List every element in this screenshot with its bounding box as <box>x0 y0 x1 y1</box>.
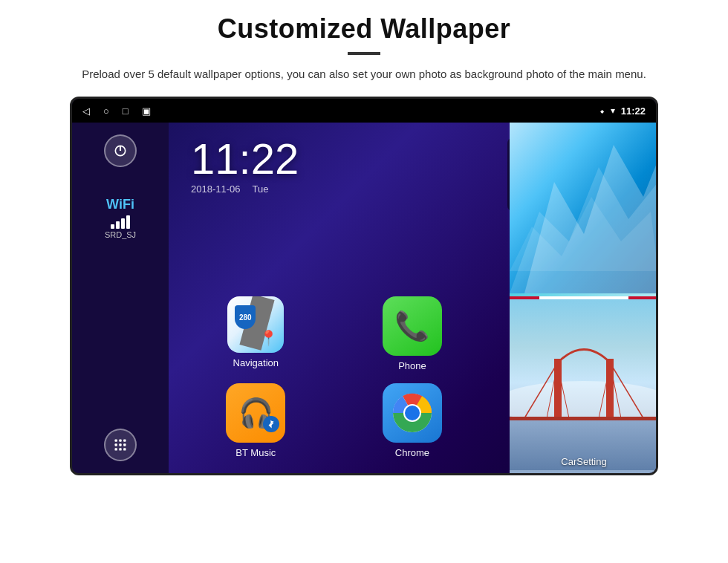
status-bar: ◁ ○ □ ▣ ⬥ ▾ 11:22 <box>72 99 656 123</box>
power-button[interactable] <box>104 134 137 167</box>
nav-icons: ◁ ○ □ ▣ <box>82 105 151 117</box>
wifi-widget: WiFi SRD_SJ <box>105 197 136 239</box>
wifi-bars <box>111 215 130 229</box>
wifi-bar-3 <box>121 218 125 229</box>
page-title: Customized Wallpaper <box>218 13 511 45</box>
clock-day: Tue <box>253 183 269 195</box>
device-frame: ◁ ○ □ ▣ ⬥ ▾ 11:22 <box>70 97 658 475</box>
svg-rect-5 <box>115 443 117 446</box>
btmusic-app-icon[interactable]: 🎧 <box>226 383 285 443</box>
map-pin-icon: 📍 <box>259 329 278 347</box>
svg-rect-6 <box>119 443 121 446</box>
page-subtitle: Preload over 5 default wallpaper options… <box>82 65 646 83</box>
left-sidebar: WiFi SRD_SJ <box>72 123 169 473</box>
apps-button[interactable] <box>104 429 137 461</box>
btmusic-label: BT Music <box>235 447 276 458</box>
time-widget: 11:22 2018-11-06 Tue <box>191 137 299 195</box>
svg-point-20 <box>405 406 420 420</box>
wifi-status-icon: ▾ <box>611 105 615 116</box>
status-time: 11:22 <box>621 105 646 117</box>
svg-rect-4 <box>123 440 126 442</box>
bluetooth-badge <box>263 416 279 432</box>
bridge-wallpaper-svg <box>510 299 656 470</box>
wifi-bar-1 <box>111 224 114 229</box>
wifi-ssid: SRD_SJ <box>105 230 136 239</box>
status-right: ⬥ ▾ 11:22 <box>599 105 646 117</box>
wallpaper-panels: CarSetting <box>510 123 656 473</box>
svg-rect-8 <box>115 448 117 450</box>
svg-rect-10 <box>123 448 126 450</box>
clock-date: 2018-11-06 <box>191 183 241 195</box>
app-item-btmusic[interactable]: 🎧 BT Music <box>183 383 328 458</box>
date-display: 2018-11-06 Tue <box>191 183 299 195</box>
ice-wallpaper-svg <box>510 123 656 293</box>
phone-icon: 📞 <box>394 310 429 342</box>
phone-label: Phone <box>398 360 426 371</box>
page-wrapper: Customized Wallpaper Preload over 5 defa… <box>0 0 728 563</box>
app-item-phone[interactable]: 📞 Phone <box>340 296 485 371</box>
screen-content: WiFi SRD_SJ <box>72 123 656 473</box>
carsetting-area: CarSetting <box>510 456 656 467</box>
navigation-label: Navigation <box>233 357 279 368</box>
back-icon[interactable]: ◁ <box>82 105 90 117</box>
home-icon[interactable]: ○ <box>103 105 109 117</box>
chrome-label: Chrome <box>395 447 429 458</box>
svg-rect-2 <box>115 440 117 442</box>
svg-rect-3 <box>119 440 121 442</box>
svg-rect-7 <box>123 443 126 446</box>
bt-icon-container: 🎧 <box>238 397 273 429</box>
title-divider <box>348 52 380 55</box>
gps-icon: ⬥ <box>599 105 605 116</box>
wifi-bar-2 <box>116 221 120 229</box>
wifi-bar-4 <box>126 215 130 229</box>
map-shield: 280 <box>235 305 256 329</box>
camera-icon[interactable]: ▣ <box>142 105 151 117</box>
shield-number: 280 <box>239 313 252 322</box>
recent-icon[interactable]: □ <box>123 105 129 117</box>
clock-time: 11:22 <box>191 137 299 180</box>
wallpaper-separator <box>510 296 656 299</box>
app-item-chrome[interactable]: Chrome <box>340 383 485 458</box>
wifi-label: WiFi <box>106 197 134 212</box>
chrome-app-icon[interactable] <box>383 383 442 443</box>
wallpaper-top[interactable] <box>510 123 656 296</box>
phone-app-icon[interactable]: 📞 <box>383 296 442 356</box>
carsetting-label: CarSetting <box>561 456 606 467</box>
app-item-navigation[interactable]: 280 📍 Navigation <box>183 296 328 371</box>
chrome-icon-svg <box>391 392 433 434</box>
navigation-app-icon[interactable]: 280 📍 <box>227 296 284 353</box>
wallpaper-bottom[interactable]: CarSetting <box>510 299 656 473</box>
svg-rect-9 <box>119 448 121 450</box>
svg-rect-56 <box>510 417 656 420</box>
